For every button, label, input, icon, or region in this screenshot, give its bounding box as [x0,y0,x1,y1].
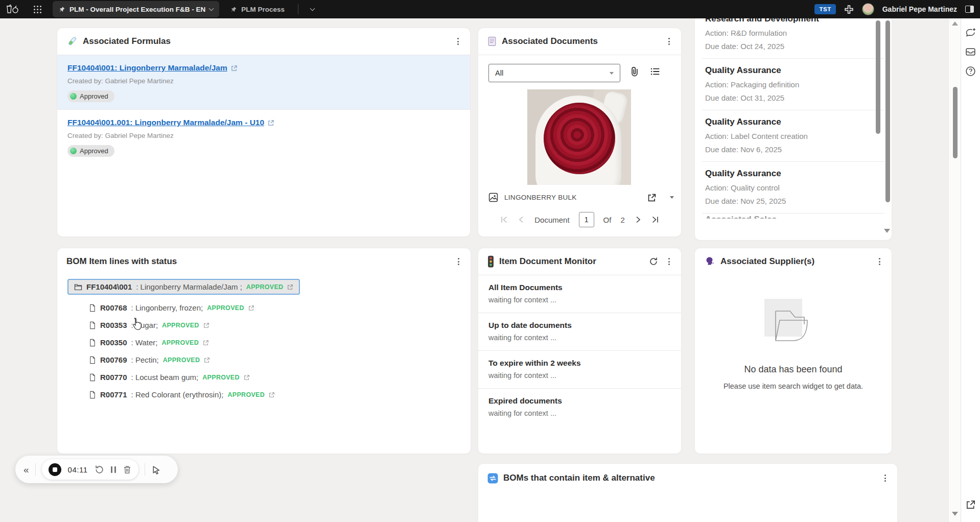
external-link-icon[interactable] [287,284,293,290]
next-page-icon[interactable] [634,216,642,224]
external-link-icon[interactable] [244,374,250,381]
tab-plm-process[interactable]: PLM Process [230,6,285,13]
food-beverage-app-icon[interactable] [5,4,20,14]
first-page-icon[interactable] [500,216,508,224]
task-due-date: Due date: Nov 25, 2025 [705,197,874,205]
monitor-row[interactable]: All Item Documents waiting for context .… [478,275,681,313]
delete-recording-icon[interactable] [123,465,132,474]
approved-status: APPROVED [163,357,200,364]
task-action: Action: Quality control [705,183,874,192]
external-link-icon[interactable] [203,340,209,346]
monitor-row[interactable]: Up to date documents waiting for context… [478,313,681,350]
side-panel-toggle-icon[interactable] [965,6,974,13]
bom-item-lines-card: BOM Item lines with status FF10404\001 :… [57,248,471,454]
bom-item-row[interactable]: R00770 : Locust beam gum; APPROVED [89,373,471,382]
empty-state-title: No data has been found [744,364,842,375]
bom-root-row[interactable]: FF10404\001 : Lingonberry Marmalade/Jam … [67,279,300,295]
file-icon [89,321,96,329]
bom-item-row[interactable]: R00768 : Lingonberry, frozen; APPROVED [89,303,471,312]
bom-item-row[interactable]: R00771 : Red Colorant (erythrosin); APPR… [89,390,471,399]
task-action: Action: R&D formulation [705,29,874,37]
stop-recording-button[interactable] [49,463,61,476]
help-icon[interactable] [965,66,976,77]
external-link-icon[interactable] [203,322,209,328]
column-scrollbar-thumb[interactable] [885,20,890,202]
task-row[interactable]: Quality Assurance Action: Packaging defi… [695,59,892,110]
tab-label: PLM - Overall Project Execution F&B - EN [69,6,205,13]
clipped-next-row: Associated Sales [695,213,892,219]
formula-row[interactable]: FF10404\001: Lingonberry Marmalade/Jam C… [57,55,470,109]
card-title: Associated Formulas [83,36,171,46]
page-number-input[interactable] [579,212,594,227]
kebab-menu-icon[interactable] [456,256,461,267]
formula-row[interactable]: FF10404\001.001: Lingonberry Marmalade/J… [57,110,470,164]
approved-status: APPROVED [227,391,265,398]
monitor-row[interactable]: Expired documents waiting for context ..… [478,389,681,426]
external-link-icon[interactable] [204,357,210,363]
refresh-icon[interactable] [649,257,658,266]
task-row[interactable]: Quality Assurance Action: Quality contro… [695,162,892,213]
formula-link[interactable]: FF10404\001: Lingonberry Marmalade/Jam [67,63,227,73]
bom-item-row[interactable]: R00350 : Water; APPROVED [89,338,471,347]
empty-folder-illustration-icon [760,297,827,353]
kebab-menu-icon[interactable] [666,36,672,47]
pause-recording-icon[interactable] [111,466,116,473]
file-icon [89,373,96,382]
approved-status: APPROVED [162,322,199,329]
approved-status: APPROVED [246,283,284,291]
document-preview-image[interactable] [527,89,631,185]
paperclip-attach-icon[interactable] [629,66,640,77]
formula-link[interactable]: FF10404\001.001: Lingonberry Marmalade/J… [67,118,264,127]
collapse-chevrons-icon[interactable]: « [24,465,29,474]
folder-icon [74,283,82,291]
kebab-menu-icon[interactable] [877,256,882,267]
open-external-link-icon[interactable] [966,500,976,510]
approved-status: APPROVED [162,339,199,346]
document-filter-select[interactable]: All [488,64,620,82]
external-link-icon[interactable] [248,305,254,311]
external-link-icon[interactable] [268,120,274,126]
card-title: Associated Documents [502,36,598,46]
document-icon [487,36,497,46]
external-link-icon[interactable] [269,392,275,398]
new-chat-icon[interactable] [965,28,976,38]
kebab-menu-icon[interactable] [455,36,461,47]
kebab-menu-icon[interactable] [666,256,672,267]
scroll-down-arrow-icon[interactable] [884,229,890,233]
tasks-scrollbar-thumb[interactable] [876,20,880,134]
bom-item-row[interactable]: R00769 : Pectin; APPROVED [89,355,471,364]
add-plus-icon[interactable] [844,5,854,14]
bom-item-row[interactable]: R00353 : Sugar; APPROVED [89,321,471,329]
file-icon [89,339,96,347]
user-avatar[interactable] [862,3,874,15]
previous-page-icon[interactable] [517,216,525,224]
monitor-row[interactable]: To expire within 2 weeks waiting for con… [478,351,681,388]
screen-recorder-toolbar: « 04:11 [15,456,178,483]
pin-icon [230,6,237,13]
tabs-overflow-chevron-icon[interactable] [310,6,315,11]
status-dot-icon [70,148,77,154]
inbox-tray-icon[interactable] [965,47,976,57]
kebab-menu-icon[interactable] [882,472,888,484]
page-scrollbar-thumb[interactable] [953,87,958,158]
task-due-date: Due date: Nov 6, 2025 [705,145,874,154]
last-page-icon[interactable] [651,216,660,224]
page-scrollbar[interactable] [948,18,961,522]
restart-recording-icon[interactable] [95,465,104,474]
tab-plm-overall-project[interactable]: PLM - Overall Project Execution F&B - EN [53,1,219,17]
created-by-label: Created by: Gabriel Pepe Martinez [67,77,460,85]
external-link-icon[interactable] [231,65,238,72]
card-title: Item Document Monitor [499,256,596,267]
scroll-up-arrow-icon[interactable] [952,21,958,26]
divider [145,463,145,476]
empty-state-subtitle: Please use item search widget to get dat… [724,382,863,390]
list-view-icon[interactable] [650,66,660,77]
task-row[interactable]: Quality Assurance Action: Label Content … [695,110,892,161]
pointer-tool-icon[interactable] [151,465,161,474]
open-external-link-icon[interactable] [647,193,657,202]
app-launcher-grid-icon[interactable] [34,6,41,13]
user-name: Gabriel Pepe Martinez [882,5,957,13]
caption-dropdown-chevron-icon[interactable] [670,196,674,199]
scroll-down-arrow-icon[interactable] [952,512,958,516]
environment-badge: TST [814,4,835,14]
